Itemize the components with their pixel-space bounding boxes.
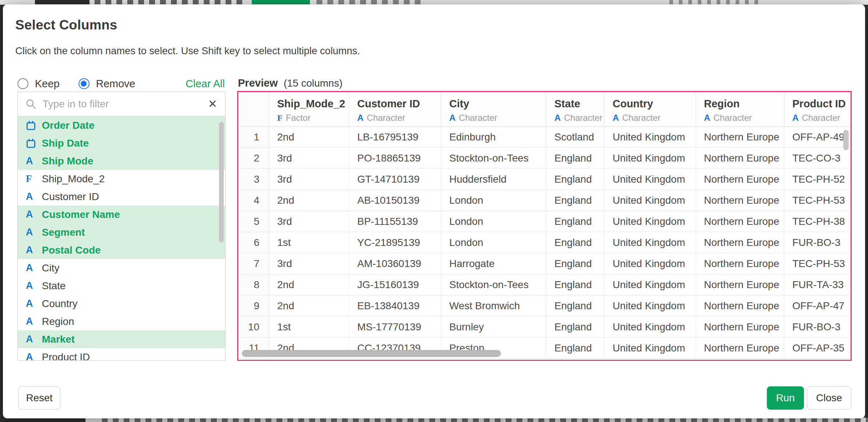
column-list-item[interactable]: ACustomer ID [18,188,225,206]
reset-button[interactable]: Reset [18,386,60,410]
character-type-icon: A [554,113,561,123]
character-type-icon: A [26,227,33,238]
table-cell: United Kingdom [605,127,696,147]
column-type-icon-wrap: A [26,351,40,360]
keep-radio[interactable]: Keep [17,78,60,90]
preview-caption: Preview (15 columns) [238,77,342,89]
type-label: Character [622,113,660,123]
column-list-item[interactable]: FShip_Mode_2 [18,170,225,188]
table-cell: 1st [269,232,349,253]
column-list-scrollbar[interactable] [219,122,224,243]
type-label: Character [713,113,752,123]
column-header: Ship_Mode_2FFactor [269,92,349,126]
preview-label: Preview [238,77,278,89]
column-type-icon-wrap: A [26,316,40,327]
radio-circle-icon[interactable] [17,78,28,89]
column-name-label: Market [42,334,75,345]
column-name-label: Order Date [42,120,95,131]
table-row: 23rdPO-18865139Stockton-on-TeesEnglandUn… [238,148,851,169]
table-vertical-scrollbar[interactable] [843,130,849,150]
row-number: 3 [238,169,269,190]
run-button[interactable]: Run [767,386,804,410]
column-type-icon-wrap: A [26,227,40,238]
table-cell: TEC-PH-53 [784,253,851,274]
close-button[interactable]: Close [807,386,851,410]
table-cell: EB-13840139 [349,295,441,316]
table-cell: LB-16795139 [349,127,441,147]
type-label: Factor [286,113,311,123]
column-list-item[interactable]: APostal Code [18,241,225,259]
table-cell: Northern Europe [696,253,784,274]
column-list-item[interactable]: ACustomer Name [18,206,225,223]
table-cell: England [546,148,605,168]
table-row: 73rdAM-10360139HarrogateEnglandUnited Ki… [238,253,851,274]
row-number: 8 [238,274,269,295]
table-row: 12ndLB-16795139EdinburghScotlandUnited K… [238,127,851,148]
row-number: 6 [238,232,269,253]
column-list-item[interactable]: ACountry [18,295,225,312]
table-cell: England [546,295,605,316]
clear-all-link[interactable]: Clear All [186,78,225,90]
table-row: 101stMS-17770139BurnleyEnglandUnited Kin… [238,316,851,338]
table-cell: 2nd [269,190,349,211]
table-row: 53rdBP-11155139LondonEnglandUnited Kingd… [238,211,851,232]
column-list-item[interactable]: AShip Mode [18,152,225,170]
column-list-item[interactable]: AState [18,277,225,295]
table-horizontal-scrollbar[interactable] [242,350,501,357]
column-header: CityACharacter [441,92,546,126]
keep-remove-radio-group: Keep Remove [17,78,135,90]
table-cell: United Kingdom [605,148,696,168]
column-name-label: Region [42,316,74,327]
table-cell: Northern Europe [696,169,784,190]
row-number: 10 [238,316,269,337]
row-number: 4 [238,190,269,211]
column-type-icon-wrap: A [26,155,40,167]
column-list-item[interactable]: Ship Date [18,134,225,152]
table-cell: England [546,274,605,295]
table-cell: Stockton-on-Tees [441,274,546,295]
table-cell: 2nd [269,127,349,147]
column-list: Order DateShip DateAShip ModeFShip_Mode_… [18,116,225,360]
column-name-label: Ship Date [42,138,89,149]
column-type-icon-wrap: A [26,209,40,220]
column-name-label: Ship_Mode_2 [42,173,105,185]
column-list-item[interactable]: AProduct ID [18,348,225,360]
table-cell: United Kingdom [605,169,696,190]
column-list-item[interactable]: Order Date [18,116,225,134]
column-list-item[interactable]: ASegment [18,223,225,241]
column-list-item[interactable]: ACity [18,259,225,277]
radio-circle-icon[interactable] [79,78,89,89]
character-type-icon: A [613,113,619,123]
column-header-type: ACharacter [449,113,543,123]
preview-table-header-row: Ship_Mode_2FFactorCustomer IDACharacterC… [238,92,851,127]
filter-input[interactable] [18,92,225,116]
table-cell: England [546,338,605,358]
clear-filter-icon[interactable]: ✕ [208,97,217,111]
table-cell: 3rd [269,253,349,274]
table-cell: United Kingdom [605,316,696,337]
column-name-label: Postal Code [42,244,101,256]
remove-radio[interactable]: Remove [79,78,135,90]
column-type-icon-wrap: A [26,298,40,309]
character-type-icon: A [26,334,33,345]
column-list-item[interactable]: AMarket [18,330,225,348]
table-cell: England [546,253,605,274]
table-cell: United Kingdom [605,338,696,358]
remove-radio-label: Remove [96,78,135,90]
table-cell: London [441,211,546,232]
column-header-name: State [554,98,601,110]
table-cell: United Kingdom [605,274,696,295]
column-header-name: Ship_Mode_2 [277,98,346,110]
calendar-icon [26,120,36,131]
column-header-name: Region [704,98,781,110]
column-list-item[interactable]: ARegion [18,312,225,330]
table-cell: Edinburgh [441,127,546,147]
column-header: StateACharacter [546,92,605,126]
search-icon [25,98,37,110]
table-row: 61stYC-21895139LondonEnglandUnited Kingd… [238,232,851,253]
table-cell: Burnley [441,316,546,337]
table-cell: 3rd [269,148,349,168]
table-row: 92ndEB-13840139West BromwichEnglandUnite… [238,295,851,316]
column-header: Product IDACharacter [784,92,851,126]
table-cell: United Kingdom [605,190,696,211]
